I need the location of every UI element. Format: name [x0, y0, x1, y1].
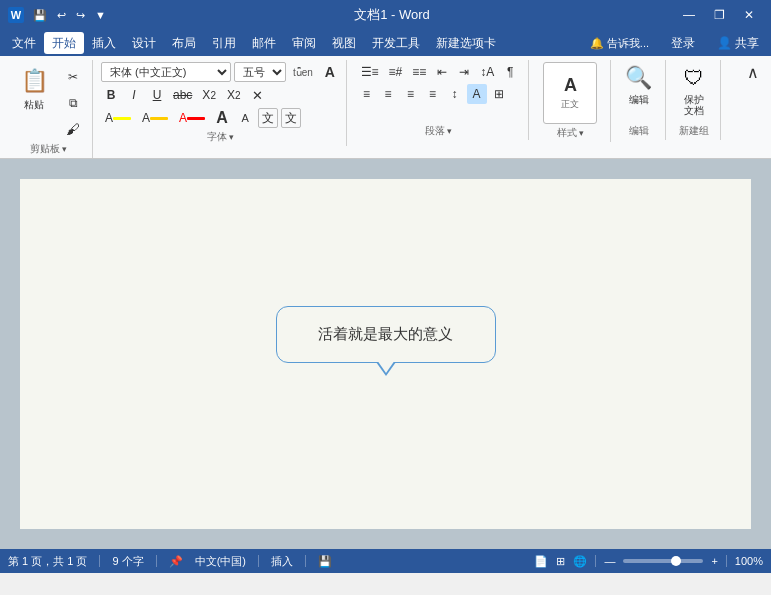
zoom-slider[interactable] [623, 559, 703, 563]
justify[interactable]: ≡ [423, 84, 443, 104]
qa-redo[interactable]: ↪ [73, 7, 88, 24]
zoom-plus[interactable]: + [711, 555, 717, 567]
new-group-label: 新建组 [679, 124, 709, 138]
view-mode-read[interactable]: 📄 [534, 555, 548, 568]
search-icon: 🔍 [625, 64, 653, 92]
font-size-aa2[interactable]: A [235, 108, 255, 128]
menu-layout[interactable]: 布局 [164, 32, 204, 54]
align-center[interactable]: ≡ [379, 84, 399, 104]
shield-icon: 🛡 [680, 64, 708, 92]
font-size-select[interactable]: 五号 [234, 62, 286, 82]
align-right[interactable]: ≡ [401, 84, 421, 104]
find-replace-button[interactable]: 🔍 编辑 [619, 62, 659, 107]
ribbon-group-styles: A 正文 样式 ▾ [531, 60, 611, 142]
zoom-minus[interactable]: — [604, 555, 615, 567]
menu-tell[interactable]: 🔔 告诉我... [582, 32, 657, 54]
close-button[interactable]: ✕ [735, 5, 763, 25]
bullets-button[interactable]: ☰≡ [357, 62, 383, 82]
menu-mail[interactable]: 邮件 [244, 32, 284, 54]
sep5 [595, 555, 596, 567]
menu-newtab[interactable]: 新建选项卡 [428, 32, 504, 54]
text-highlight-button[interactable]: A [101, 108, 135, 128]
protect-doc-button[interactable]: 🛡 保护文档 [674, 62, 714, 118]
text-color-button[interactable]: A [138, 108, 172, 128]
edit-group-label: 编辑 [629, 124, 649, 138]
view-mode-web[interactable]: 🌐 [573, 555, 587, 568]
font-color-button[interactable]: A [175, 108, 209, 128]
shading-button[interactable]: A [467, 84, 487, 104]
style-normal[interactable]: A 正文 [543, 62, 597, 124]
underline-button[interactable]: U [147, 85, 167, 105]
para-expand[interactable]: ▾ [447, 126, 452, 136]
title-bar: W 💾 ↩ ↪ ▼ 文档1 - Word — ❐ ✕ [0, 0, 771, 30]
copy-button[interactable]: ⧉ [60, 92, 86, 114]
collapse-ribbon-button[interactable]: ∧ [743, 62, 763, 82]
view-mode-print[interactable]: ⊞ [556, 555, 565, 568]
menu-share[interactable]: 👤共享 [709, 32, 767, 54]
window-controls: — ❐ ✕ [675, 5, 763, 25]
char-border-button[interactable]: 文 [281, 108, 301, 128]
qa-customize[interactable]: ▼ [92, 7, 109, 23]
minimize-button[interactable]: — [675, 5, 703, 25]
font-size-aa1[interactable]: A [212, 108, 232, 128]
phonetic-button[interactable]: 文 [258, 108, 278, 128]
superscript-button[interactable]: X2 [223, 85, 245, 105]
show-marks-button[interactable]: ¶ [500, 62, 520, 82]
ribbon-group-clipboard: 📋 粘贴 ✂ ⧉ 🖌 剪贴板 ▾ [4, 60, 93, 158]
page-info: 第 1 页，共 1 页 [8, 554, 87, 569]
sort-button[interactable]: ↕A [476, 62, 498, 82]
numbering-button[interactable]: ≡# [385, 62, 407, 82]
word-icon: W [8, 7, 24, 23]
document-page[interactable]: 活着就是最大的意义 [20, 179, 751, 529]
menu-bar: 文件 开始 插入 设计 布局 引用 邮件 审阅 视图 开发工具 新建选项卡 🔔 … [0, 30, 771, 56]
speech-bubble[interactable]: 活着就是最大的意义 [276, 306, 496, 363]
line-spacing[interactable]: ↕ [445, 84, 465, 104]
title-bar-left: W 💾 ↩ ↪ ▼ [8, 7, 109, 24]
menu-file[interactable]: 文件 [4, 32, 44, 54]
bold-button[interactable]: B [101, 85, 121, 105]
decrease-indent[interactable]: ⇤ [432, 62, 452, 82]
menu-references[interactable]: 引用 [204, 32, 244, 54]
font-grow-button[interactable]: A [320, 62, 340, 82]
zoom-level[interactable]: 100% [735, 555, 763, 567]
sep3 [258, 555, 259, 567]
status-bar: 第 1 页，共 1 页 9 个字 📌 中文(中国) 插入 💾 📄 ⊞ 🌐 — +… [0, 549, 771, 573]
cut-button[interactable]: ✂ [60, 66, 86, 88]
menu-view[interactable]: 视图 [324, 32, 364, 54]
align-left[interactable]: ≡ [357, 84, 377, 104]
zoom-control[interactable] [623, 559, 703, 563]
font-expand[interactable]: ▾ [229, 132, 234, 142]
styles-expand[interactable]: ▾ [579, 128, 584, 138]
increase-indent[interactable]: ⇥ [454, 62, 474, 82]
multilevel-button[interactable]: ≡≡ [408, 62, 430, 82]
sep1 [99, 555, 100, 567]
clear-format-button[interactable]: ✕ [248, 85, 268, 105]
menu-developer[interactable]: 开发工具 [364, 32, 428, 54]
qa-save[interactable]: 💾 [30, 7, 50, 24]
restore-button[interactable]: ❐ [705, 5, 733, 25]
ribbon: 📋 粘贴 ✂ ⧉ 🖌 剪贴板 ▾ [0, 56, 771, 159]
border-button[interactable]: ⊞ [489, 84, 509, 104]
qa-undo[interactable]: ↩ [54, 7, 69, 24]
menu-insert[interactable]: 插入 [84, 32, 124, 54]
menu-login[interactable]: 登录 [663, 32, 703, 54]
strikethrough-button[interactable]: abc [170, 85, 195, 105]
subscript-button[interactable]: X2 [198, 85, 220, 105]
paste-button[interactable]: 📋 粘贴 [10, 62, 58, 114]
menu-home[interactable]: 开始 [44, 32, 84, 54]
menu-review[interactable]: 审阅 [284, 32, 324, 54]
paste-label: 粘贴 [24, 99, 44, 111]
menu-design[interactable]: 设计 [124, 32, 164, 54]
insert-mode[interactable]: 插入 [271, 554, 293, 569]
format-painter-button[interactable]: 🖌 [60, 118, 86, 140]
macro-indicator: 📌 [169, 555, 183, 568]
italic-button[interactable]: I [124, 85, 144, 105]
para-group-label: 段落 [425, 124, 445, 138]
para-controls: ☰≡ ≡# ≡≡ ⇤ ⇥ ↕A ¶ ≡ ≡ ≡ ≡ [357, 62, 521, 104]
bubble-text: 活着就是最大的意义 [318, 325, 453, 342]
font-name-select[interactable]: 宋体 (中文正文) [101, 62, 231, 82]
clipboard-expand[interactable]: ▾ [62, 144, 67, 154]
edit-label: 编辑 [629, 94, 649, 105]
ribbon-group-edit: 🔍 编辑 编辑 [613, 60, 666, 140]
ribbon-group-new: 🛡 保护文档 新建组 [668, 60, 721, 140]
